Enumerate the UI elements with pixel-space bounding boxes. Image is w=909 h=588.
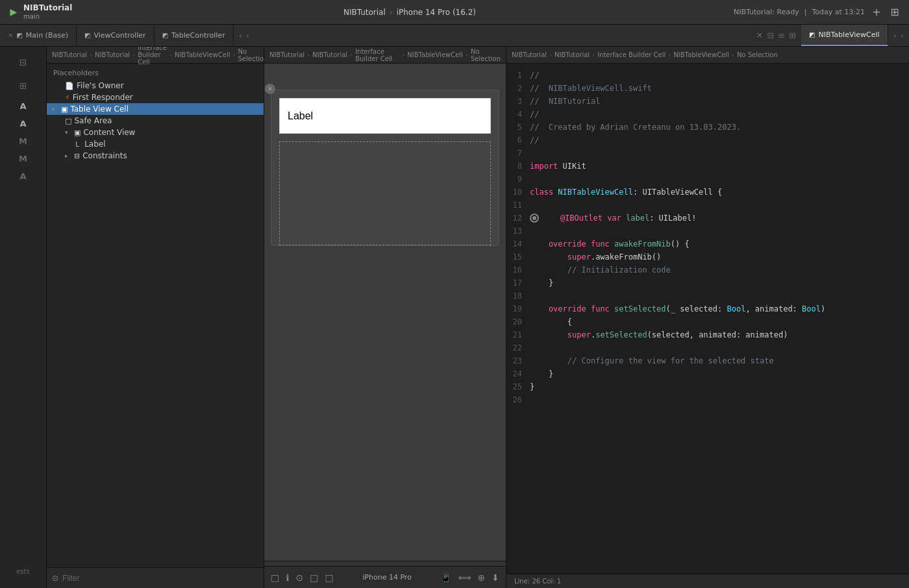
tree-item-constraints[interactable]: ⊟ Constraints — [47, 150, 264, 162]
code-line-4: // — [530, 108, 901, 121]
code-line-6: // — [530, 134, 901, 147]
tree-item-contentview[interactable]: ▣ Content View — [47, 127, 264, 138]
tab-more-icon[interactable]: ≡ — [778, 31, 785, 40]
sidebar-grid-icon[interactable]: ⊞ — [13, 75, 34, 96]
add-button[interactable]: + — [870, 6, 883, 19]
title-bar-left: ▶ NIBTutorial main — [8, 3, 86, 20]
device-label: iPhone 14 Pro — [362, 573, 412, 582]
sidebar-inspector-icon[interactable]: ⊟ — [13, 52, 34, 73]
sidebar-letter-m1[interactable]: M — [19, 134, 27, 149]
play-button[interactable]: ▶ — [8, 6, 19, 18]
project-name: NIBTutorial — [23, 3, 72, 12]
placeholders-header: Placeholders — [47, 66, 264, 80]
right-nav-fwd[interactable]: › — [901, 31, 904, 40]
left-tab-group: ✕ ◩ Main (Base) ◩ ViewController ◩ Table… — [0, 25, 255, 46]
tab-tablecontroller[interactable]: ◩ TableController — [155, 25, 234, 46]
canvas-btn-box[interactable]: □ — [310, 572, 318, 583]
status-text: NIBTutorial: Ready — [734, 8, 799, 16]
sidebar-letter-a2[interactable]: A — [19, 116, 26, 131]
tab-viewcontroller[interactable]: ◩ ViewController — [77, 25, 155, 46]
canvas-btn-circle[interactable]: ⊙ — [296, 572, 304, 583]
code-content[interactable]: 1234567891011121314151617181920212223242… — [506, 64, 909, 574]
canvas-btn-plus[interactable]: ⊕ — [478, 572, 486, 583]
filter-input[interactable] — [62, 574, 258, 583]
canvas-btn-square[interactable]: □ — [271, 572, 279, 583]
device-frame: ✕ Label — [271, 90, 499, 246]
close-icon[interactable]: ✕ — [8, 32, 13, 39]
sidebar-letter-a1[interactable]: A — [19, 99, 26, 114]
code-line-25: } — [530, 380, 901, 393]
tab-nav-fwd[interactable]: › — [246, 31, 249, 40]
navigator-panel: NIBTutorial › NIBTutorial › Interface Bu… — [47, 47, 264, 588]
center-project: NIBTutorial — [343, 8, 386, 17]
tab-bar: ✕ ◩ Main (Base) ◩ ViewController ◩ Table… — [0, 25, 909, 47]
title-bar-center: NIBTutorial › iPhone 14 Pro (16.2) — [91, 8, 728, 17]
code-line-14: override func awakeFromNib() { — [530, 238, 901, 251]
filter-bar: ⊙ — [47, 567, 264, 588]
code-line-24: } — [530, 367, 901, 380]
layout-button[interactable]: ⊞ — [888, 6, 901, 19]
tab-nibtableviewcell[interactable]: ◩ NIBTableViewCell — [801, 25, 888, 46]
navigator-breadcrumb: NIBTutorial › NIBTutorial › Interface Bu… — [47, 47, 264, 64]
canvas-btn-resize[interactable]: ⟺ — [458, 572, 471, 583]
status-line-col: Line: 26 Col: 1 — [514, 578, 561, 585]
tab-split-icon[interactable]: ⊟ — [767, 31, 774, 40]
right-nav-actions: ‹ › — [888, 25, 909, 46]
filter-icon: ⊙ — [52, 574, 58, 583]
cell-close-button[interactable]: ✕ — [265, 84, 275, 94]
sidebar-letter-a3[interactable]: A — [19, 169, 26, 184]
canvas-bottom-bar: □ ℹ ⊙ □ □ iPhone 14 Pro 📱 ⟺ ⊕ ⬇ — [264, 566, 506, 588]
code-line-7 — [530, 147, 901, 160]
toggle-tableviewcell[interactable] — [52, 106, 58, 112]
scheme-name: main — [23, 13, 72, 21]
code-breadcrumb: NIBTutorial › NIBTutorial › Interface Bu… — [506, 47, 909, 64]
canvas-btn-device[interactable]: 📱 — [440, 572, 451, 583]
code-line-19: override func setSelected(_ selected: Bo… — [530, 302, 901, 315]
project-info: NIBTutorial main — [23, 3, 72, 20]
code-status-bar: Line: 26 Col: 1 — [506, 574, 909, 588]
code-line-15: super.awakeFromNib() — [530, 251, 901, 263]
left-sidebar: ⊟ ⊞ A A M M A ests — [0, 47, 47, 588]
title-bar-right: NIBTutorial: Ready | Today at 13:21 + ⊞ — [734, 6, 901, 19]
tree-item-safearea[interactable]: □ Safe Area — [47, 115, 264, 127]
toggle-contentview[interactable] — [65, 129, 71, 136]
tree-label-constraints: Constraints — [82, 151, 258, 160]
tree-label-firstresponder: First Responder — [73, 93, 258, 102]
canvas-btn-info[interactable]: ℹ — [286, 572, 289, 583]
tree-item-label[interactable]: L Label — [47, 138, 264, 150]
canvas-scrollbar[interactable] — [264, 561, 506, 566]
canvas-area: NIBTutorial › NIBTutorial › Interface Bu… — [264, 47, 506, 588]
code-line-23: // Configure the view for the selected s… — [530, 354, 901, 367]
right-nav-back[interactable]: ‹ — [893, 31, 897, 40]
tab-main-label: Main (Base) — [26, 31, 68, 40]
code-line-26 — [530, 393, 901, 406]
sidebar-letter-m2[interactable]: M — [19, 151, 27, 166]
code-line-20: { — [530, 315, 901, 328]
canvas-btn-download[interactable]: ⬇ — [492, 572, 499, 583]
tab-nav-back[interactable]: ‹ — [239, 31, 242, 40]
navigator-tree: Placeholders 📄 File's Owner ⚡ First Resp… — [47, 64, 264, 567]
time-text: Today at 13:21 — [812, 8, 865, 16]
tree-label-label: Label — [84, 140, 258, 149]
code-lines[interactable]: //// NIBTableViewCell.swift// NIBTutoria… — [530, 64, 909, 574]
tree-item-filesowner[interactable]: 📄 File's Owner — [47, 80, 264, 92]
code-line-13 — [530, 225, 901, 238]
code-line-3: // NIBTutorial — [530, 95, 901, 108]
tree-label-filesowner: File's Owner — [77, 81, 258, 90]
code-line-9 — [530, 173, 901, 186]
tab-nav-actions: ‹ › — [234, 25, 255, 46]
canvas-btn-box2[interactable]: □ — [325, 572, 334, 583]
tree-label-tableviewcell: Table View Cell — [70, 104, 258, 114]
toggle-constraints[interactable] — [65, 153, 71, 159]
canvas-dashed-area — [279, 141, 491, 245]
ests-label: ests — [16, 568, 30, 588]
tab-main[interactable]: ✕ ◩ Main (Base) — [0, 25, 77, 46]
tree-item-tableviewcell[interactable]: ▣ Table View Cell — [47, 103, 264, 115]
tab-close-icon[interactable]: ✕ — [756, 31, 763, 40]
tree-label-contentview: Content View — [83, 128, 258, 137]
line-numbers: 1234567891011121314151617181920212223242… — [506, 64, 530, 574]
tab-grid-icon[interactable]: ⊞ — [789, 31, 796, 40]
code-line-18 — [530, 289, 901, 302]
tree-item-firstresponder[interactable]: ⚡ First Responder — [47, 92, 264, 103]
cell-preview: Label — [279, 98, 491, 134]
